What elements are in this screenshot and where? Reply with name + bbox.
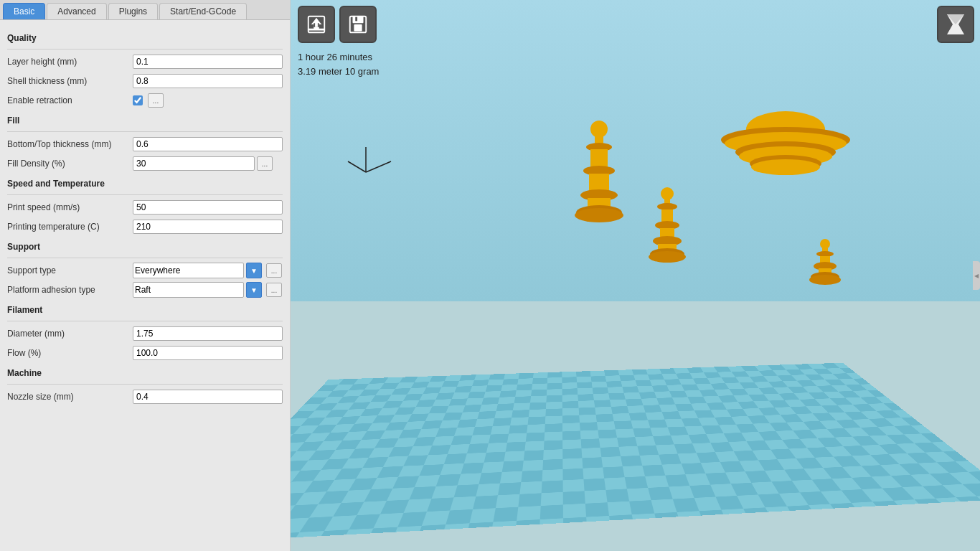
collapse-handle[interactable]: ◀	[973, 261, 980, 290]
flow-input[interactable]	[133, 346, 283, 360]
fill-density-dots-button[interactable]: ...	[257, 156, 273, 171]
left-panel: Basic Advanced Plugins Start/End-GCode Q…	[0, 0, 291, 551]
support-header: Support	[7, 242, 283, 253]
svg-point-49	[809, 275, 841, 285]
support-type-row: Support type Everywhere Touching buildpl…	[7, 263, 283, 278]
bottom-top-thickness-input[interactable]	[133, 137, 283, 151]
svg-point-33	[649, 251, 686, 263]
speed-divider	[7, 194, 283, 195]
layer-height-row: Layer height (mm)	[7, 54, 283, 70]
nozzle-size-input[interactable]	[133, 390, 283, 404]
flow-label: Flow (%)	[7, 348, 133, 358]
tab-advanced[interactable]: Advanced	[47, 3, 106, 19]
shell-thickness-row: Shell thickness (mm)	[7, 73, 283, 89]
machine-header: Machine	[7, 368, 283, 380]
adhesion-type-select-wrapper: Raft Brim None ▼ ...	[133, 282, 282, 298]
svg-point-26	[657, 203, 677, 210]
print-temp-row: Printing temperature (C)	[7, 219, 283, 235]
settings-panel: Quality Layer height (mm) Shell thicknes…	[0, 20, 290, 551]
adhesion-type-select[interactable]: Raft Brim None	[133, 282, 244, 298]
enable-retraction-label: Enable retraction	[7, 95, 133, 105]
adhesion-type-label: Platform adhesion type	[7, 285, 133, 295]
quality-header: Quality	[7, 33, 283, 44]
svg-point-41	[751, 159, 820, 175]
retraction-checkbox[interactable]	[133, 95, 143, 105]
support-type-dots-button[interactable]: ...	[266, 263, 282, 278]
diameter-label: Diameter (mm)	[7, 329, 133, 339]
fill-divider	[7, 131, 283, 132]
shell-thickness-label: Shell thickness (mm)	[7, 76, 133, 86]
nozzle-size-label: Nozzle size (mm)	[7, 392, 133, 402]
tab-bar: Basic Advanced Plugins Start/End-GCode	[0, 0, 290, 20]
print-speed-label: Print speed (mm/s)	[7, 202, 133, 212]
bottom-top-thickness-row: Bottom/Top thickness (mm)	[7, 136, 283, 152]
filament-divider	[7, 321, 283, 321]
svg-line-12	[348, 161, 366, 172]
support-type-arrow[interactable]: ▼	[246, 263, 262, 278]
speed-temp-header: Speed and Temperature	[7, 179, 283, 190]
print-speed-input[interactable]	[133, 200, 283, 215]
svg-point-24	[661, 187, 674, 200]
chess-pieces	[291, 0, 980, 551]
svg-point-14	[590, 121, 608, 138]
support-type-select[interactable]: Everywhere Touching buildplate None	[133, 263, 244, 278]
adhesion-type-row: Platform adhesion type Raft Brim None ▼ …	[7, 282, 283, 298]
fill-header: Fill	[7, 116, 283, 127]
retraction-checkbox-wrapper: ...	[133, 93, 164, 108]
svg-point-23	[575, 208, 623, 222]
adhesion-type-arrow[interactable]: ▼	[246, 282, 262, 298]
retraction-dots-button[interactable]: ...	[148, 93, 164, 108]
quality-divider	[7, 49, 283, 50]
filament-header: Filament	[7, 305, 283, 316]
viewport: 1 hour 26 minutes 3.19 meter 10 gram	[291, 0, 980, 551]
nozzle-size-row: Nozzle size (mm)	[7, 389, 283, 405]
support-type-label: Support type	[7, 265, 133, 276]
flow-row: Flow (%)	[7, 345, 283, 361]
axes-indicator	[344, 136, 402, 194]
enable-retraction-row: Enable retraction ...	[7, 93, 283, 108]
fill-density-row: Fill Density (%) ...	[7, 156, 283, 171]
support-divider	[7, 258, 283, 258]
machine-divider	[7, 384, 283, 385]
layer-height-input[interactable]	[133, 55, 283, 69]
print-speed-row: Print speed (mm/s)	[7, 199, 283, 215]
diameter-input[interactable]	[133, 326, 283, 341]
fill-density-input[interactable]	[133, 156, 255, 171]
svg-point-42	[820, 239, 830, 249]
support-type-select-wrapper: Everywhere Touching buildplate None ▼ ..…	[133, 263, 282, 278]
layer-height-label: Layer height (mm)	[7, 57, 133, 67]
shell-thickness-input[interactable]	[133, 74, 283, 88]
svg-point-44	[816, 251, 834, 257]
diameter-row: Diameter (mm)	[7, 326, 283, 342]
bottom-top-thickness-label: Bottom/Top thickness (mm)	[7, 139, 133, 149]
svg-line-11	[366, 161, 391, 172]
print-temp-label: Printing temperature (C)	[7, 222, 133, 232]
adhesion-type-dots-button[interactable]: ...	[266, 283, 282, 297]
tab-plugins[interactable]: Plugins	[108, 3, 158, 19]
tab-startend-gcode[interactable]: Start/End-GCode	[159, 3, 247, 19]
fill-density-label: Fill Density (%)	[7, 159, 133, 169]
tab-basic[interactable]: Basic	[3, 3, 45, 19]
print-temp-input[interactable]	[133, 220, 283, 234]
